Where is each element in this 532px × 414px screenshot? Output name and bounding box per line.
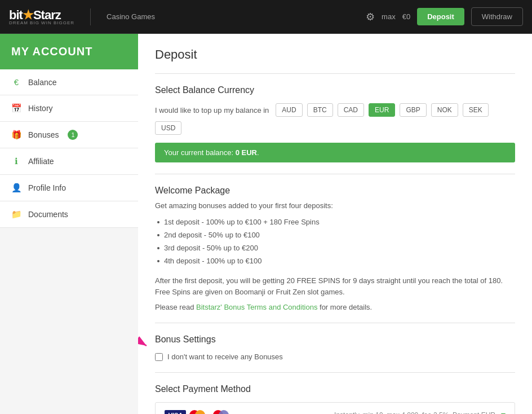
sidebar-label-affiliate: Affiliate	[28, 157, 54, 166]
payment-method-title: Select Payment Method	[155, 384, 515, 394]
visa-logo: VISA	[165, 410, 186, 415]
divider-4	[155, 372, 515, 373]
sidebar-item-affiliate[interactable]: ℹ Affiliate	[0, 148, 138, 175]
sidebar-title: MY ACCOUNT	[0, 34, 138, 69]
currency-btc[interactable]: BTC	[307, 103, 333, 117]
sidebar: MY ACCOUNT € Balance 📅 History 🎁 Bonuses…	[0, 34, 138, 414]
history-icon: 📅	[11, 103, 21, 113]
deposit-item-1: 1st deposit - 100% up to €100 + 180 Free…	[164, 215, 515, 228]
balance-prefix: Your current balance:	[164, 148, 236, 157]
sidebar-item-profile-info[interactable]: 👤 Profile Info	[0, 175, 138, 201]
documents-icon: 📁	[11, 209, 21, 219]
withdraw-button[interactable]: Withdraw	[471, 7, 523, 26]
terms-link[interactable]: Bitstarz' Bonus Terms and Conditions	[196, 303, 317, 311]
free-spins-text: After the first deposit, you will be get…	[155, 275, 515, 297]
logo: bit★Starz DREAM BIG WIN BIGGER	[9, 8, 74, 25]
deposit-item-4: 4th deposit - 100% up to €100	[164, 254, 515, 267]
currency-label: I would like to top up my balance in	[155, 106, 269, 114]
deposit-button[interactable]: Deposit	[417, 8, 464, 25]
payment-method-section: Select Payment Method VISA Instantly, mi…	[155, 384, 515, 414]
balance-suffix: .	[257, 148, 259, 157]
welcome-package-title: Welcome Package	[155, 186, 515, 196]
currency-eur[interactable]: EUR	[369, 103, 395, 117]
sidebar-label-bonuses: Bonuses	[28, 130, 59, 139]
deposit-item-3: 3rd deposit - 50% up to €200	[164, 241, 515, 254]
currency-aud[interactable]: AUD	[276, 103, 302, 117]
main-layout: MY ACCOUNT € Balance 📅 History 🎁 Bonuses…	[0, 34, 532, 414]
balance-display: €0	[402, 12, 410, 21]
bonuses-badge: 1	[68, 130, 78, 140]
user-icon: ⚙	[366, 11, 375, 23]
sidebar-label-balance: Balance	[28, 78, 57, 87]
logo-sub: DREAM BIG WIN BIGGER	[9, 20, 74, 25]
casino-games-link[interactable]: Casino Games	[107, 12, 155, 21]
divider-1	[155, 73, 515, 74]
bonuses-icon: 🎁	[11, 130, 21, 140]
please-read: Please read Bitstarz' Bonus Terms and Co…	[155, 303, 515, 311]
currency-gbp[interactable]: GBP	[400, 103, 426, 117]
card-logos: VISA	[165, 410, 229, 415]
sidebar-item-documents[interactable]: 📁 Documents	[0, 201, 138, 228]
balance-icon: €	[11, 77, 21, 87]
bonus-checkbox-row: I don't want to receive any Bonuses	[155, 353, 515, 361]
bonus-settings-section: Bonus Settings I don't want to receive a…	[155, 334, 515, 361]
currency-row: I would like to top up my balance in AUD…	[155, 103, 515, 135]
divider-3	[155, 323, 515, 323]
logo-area: bit★Starz DREAM BIG WIN BIGGER Casino Ga…	[9, 8, 155, 25]
sidebar-item-bonuses[interactable]: 🎁 Bonuses 1	[0, 122, 138, 148]
currency-cad[interactable]: CAD	[338, 103, 364, 117]
terms-suffix: for more details.	[317, 303, 372, 311]
sidebar-label-documents: Documents	[28, 210, 68, 219]
nav-divider	[90, 8, 91, 25]
deposit-item-2: 2nd deposit - 50% up to €100	[164, 228, 515, 241]
username: max	[382, 12, 396, 21]
page-title: Deposit	[155, 47, 515, 62]
balance-currency-section: Select Balance Currency I would like to …	[155, 85, 515, 162]
currency-nok[interactable]: NOK	[431, 103, 458, 117]
content-area: Deposit Select Balance Currency I would …	[138, 34, 532, 414]
deposit-list: 1st deposit - 100% up to €100 + 180 Free…	[155, 215, 515, 267]
card-payment-row[interactable]: VISA Instantly, min 19, max 4,000, fee 2…	[155, 402, 515, 414]
balance-value: 0 EUR	[236, 148, 257, 157]
please-read-prefix: Please read	[155, 303, 196, 311]
welcome-package-section: Welcome Package Get amazing bonuses adde…	[155, 186, 515, 311]
mastercard-logo-1	[189, 410, 205, 415]
current-balance-bar: Your current balance: 0 EUR.	[155, 143, 515, 162]
sidebar-label-profile: Profile Info	[28, 183, 66, 192]
bonus-checkbox[interactable]	[155, 353, 163, 361]
header-right: ⚙ max €0 Deposit Withdraw	[366, 7, 523, 26]
sidebar-item-balance[interactable]: € Balance	[0, 69, 138, 95]
currency-sek[interactable]: SEK	[463, 103, 489, 117]
card-chevron-icon: ▾	[501, 409, 506, 414]
affiliate-icon: ℹ	[11, 156, 21, 166]
sidebar-label-history: History	[28, 104, 53, 113]
maestro-logo	[213, 410, 229, 415]
card-payment-info: Instantly, min 19, max 4,000, fee 2.5%, …	[334, 411, 495, 415]
header: bit★Starz DREAM BIG WIN BIGGER Casino Ga…	[0, 0, 532, 34]
sidebar-item-history[interactable]: 📅 History	[0, 95, 138, 122]
profile-icon: 👤	[11, 183, 21, 193]
bonus-checkbox-label: I don't want to receive any Bonuses	[167, 353, 283, 361]
divider-2	[155, 174, 515, 174]
welcome-intro: Get amazing bonuses added to your first …	[155, 201, 515, 210]
balance-currency-title: Select Balance Currency	[155, 85, 515, 95]
bonus-settings-title: Bonus Settings	[155, 334, 515, 345]
currency-usd[interactable]: USD	[155, 121, 181, 135]
